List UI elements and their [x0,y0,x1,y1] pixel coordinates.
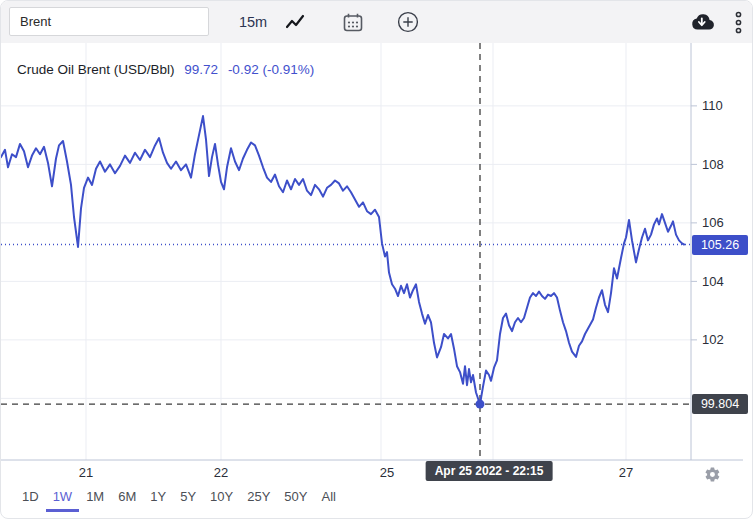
interval-button[interactable]: 15m [233,11,273,33]
range-button-all[interactable]: All [314,486,342,512]
settings-gear-icon [704,466,721,483]
range-button-5y[interactable]: 5Y [173,486,203,512]
crosshair-price-badge: 99.804 [692,394,748,414]
range-button-1d[interactable]: 1D [15,486,46,512]
range-selector: 1D1W1M6M1Y5Y10Y25Y50YAll [15,486,343,512]
y-axis-label: 106 [702,215,724,230]
y-axis-label: 104 [702,274,724,289]
current-price-badge: 105.26 [692,235,748,255]
kebab-menu-icon [734,11,743,34]
y-axis-label: 110 [702,98,723,113]
range-button-10y[interactable]: 10Y [203,486,240,512]
calendar-button[interactable] [343,13,363,32]
x-axis-label: 27 [619,465,633,480]
range-button-1y[interactable]: 1Y [143,486,173,512]
compare-add-button[interactable] [397,11,419,33]
legend: Crude Oil Brent (USD/Bbl) 99.72 -0.92 (-… [17,62,314,77]
toolbar: 15m [1,1,752,43]
y-axis-label: 108 [702,157,724,172]
calendar-icon [343,13,363,32]
download-button[interactable] [687,12,715,32]
chart-widget: 110108106104102 15m [0,0,753,519]
cloud-download-icon [687,12,715,32]
range-button-25y[interactable]: 25Y [240,486,277,512]
symbol-search-input[interactable] [9,7,209,36]
line-style-icon [286,14,306,30]
x-axis-label: 25 [380,465,394,480]
chart-style-button[interactable] [286,14,306,30]
plus-circle-icon [397,11,419,33]
crosshair-time-tooltip: Apr 25 2022 - 22:15 [426,461,553,481]
y-axis-label: 102 [702,332,724,347]
range-button-1w[interactable]: 1W [46,486,80,512]
legend-price: 99.72 [184,62,218,77]
legend-change: -0.92 (-0.91%) [228,62,314,77]
chart-svg[interactable]: 110108106104102 [1,1,753,519]
legend-title: Crude Oil Brent (USD/Bbl) [17,62,175,77]
x-axis-label: 21 [79,465,93,480]
settings-button[interactable] [702,464,722,484]
range-button-1m[interactable]: 1M [79,486,111,512]
range-button-50y[interactable]: 50Y [277,486,314,512]
x-axis-label: 22 [214,465,228,480]
more-menu-button[interactable] [734,11,743,34]
range-button-6m[interactable]: 6M [111,486,143,512]
